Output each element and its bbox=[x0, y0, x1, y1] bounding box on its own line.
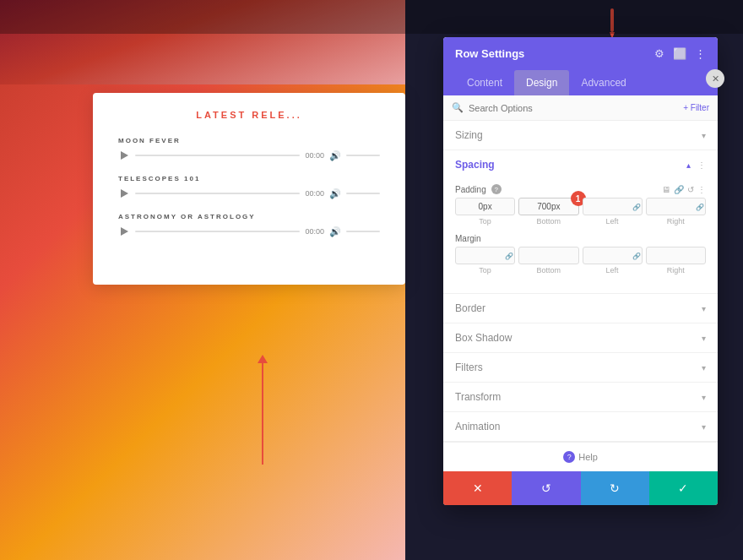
cancel-icon: ✕ bbox=[473, 481, 483, 495]
time-label: 00:00 bbox=[305, 189, 324, 198]
track-item: ASTRONOMY OR ASTROLOGY 00:00 🔊 bbox=[118, 213, 380, 237]
panel-close-outside-button[interactable]: ✕ bbox=[706, 69, 724, 88]
padding-right-label: Right bbox=[646, 217, 706, 226]
help-circle-icon: ? bbox=[563, 451, 575, 463]
spacing-content: Padding ? 🖥 🔗 ↺ ⋮ bbox=[443, 179, 718, 293]
margin-top-wrapper: 🔗 bbox=[455, 247, 515, 264]
link-icon: 🔗 bbox=[505, 252, 513, 259]
cancel-button[interactable]: ✕ bbox=[443, 471, 512, 505]
track-item: TELESCOPES 101 00:00 🔊 bbox=[118, 175, 380, 199]
volume-slider[interactable] bbox=[346, 155, 380, 156]
play-button[interactable] bbox=[118, 150, 130, 161]
refresh-button[interactable]: ↻ bbox=[581, 471, 649, 505]
spacing-header-controls: ▴ ⋮ bbox=[686, 160, 706, 170]
tab-content[interactable]: Content bbox=[455, 70, 514, 95]
padding-field-row: Padding ? 🖥 🔗 ↺ ⋮ bbox=[455, 184, 706, 226]
margin-bottom-wrapper bbox=[518, 247, 578, 264]
panel-body: Sizing ▾ Spacing ▴ ⋮ Padding ? bbox=[443, 121, 718, 471]
tab-design[interactable]: Design bbox=[514, 70, 569, 95]
transform-section-header[interactable]: Transform ▾ bbox=[443, 383, 718, 412]
help-link[interactable]: ? Help bbox=[563, 451, 598, 463]
spacing-label: Spacing bbox=[455, 159, 495, 171]
expand-icon[interactable]: ⬜ bbox=[673, 47, 686, 60]
panel-footer: ? Help bbox=[443, 442, 718, 471]
border-section-header[interactable]: Border ▾ bbox=[443, 294, 718, 323]
margin-top-label: Top bbox=[455, 266, 515, 275]
track-player: 00:00 🔊 bbox=[118, 150, 380, 161]
link-icon: 🔗 bbox=[632, 252, 641, 259]
border-label: Border bbox=[455, 302, 485, 314]
margin-left-wrapper: 🔗 bbox=[583, 247, 643, 264]
panel-search: 🔍 + Filter bbox=[443, 95, 718, 121]
margin-label: Margin bbox=[455, 234, 481, 243]
volume-slider[interactable] bbox=[346, 193, 380, 194]
padding-desktop-icon[interactable]: 🖥 bbox=[662, 185, 670, 194]
spacing-chevron-icon: ▴ bbox=[686, 160, 691, 170]
box-shadow-section-header[interactable]: Box Shadow ▾ bbox=[443, 323, 718, 353]
sizing-section-header[interactable]: Sizing ▾ bbox=[443, 121, 718, 150]
transform-chevron-icon: ▾ bbox=[702, 393, 706, 402]
panel-header: Row Settings ⚙ ⬜ ⋮ bbox=[443, 37, 718, 70]
animation-section-header[interactable]: Animation ▾ bbox=[443, 412, 718, 442]
padding-left-wrapper: 🔗 bbox=[583, 198, 643, 215]
panel-tabs: Content Design Advanced bbox=[443, 70, 718, 95]
volume-icon: 🔊 bbox=[329, 188, 341, 199]
margin-right-input[interactable] bbox=[646, 247, 706, 264]
content-area: LATEST RELE... MOON FEVER 00:00 🔊 TELESC… bbox=[93, 93, 405, 285]
search-input[interactable] bbox=[469, 103, 683, 113]
progress-bar[interactable] bbox=[135, 231, 300, 232]
action-bar: ✕ ↺ ↻ ✓ bbox=[443, 471, 718, 505]
reset-button[interactable]: ↺ bbox=[512, 471, 580, 505]
tab-advanced[interactable]: Advanced bbox=[569, 70, 637, 95]
settings-icon[interactable]: ⚙ bbox=[654, 47, 664, 60]
padding-reset-icon[interactable]: ↺ bbox=[687, 185, 694, 194]
padding-help-icon[interactable]: ? bbox=[491, 184, 502, 194]
spacing-more-icon[interactable]: ⋮ bbox=[697, 160, 706, 170]
search-icon: 🔍 bbox=[452, 102, 464, 113]
margin-left-label: Left bbox=[583, 266, 643, 275]
padding-input-labels: Top Bottom Left Right bbox=[455, 217, 706, 226]
transform-label: Transform bbox=[455, 391, 501, 403]
padding-link-icon[interactable]: 🔗 bbox=[674, 185, 684, 194]
box-shadow-label: Box Shadow bbox=[455, 332, 512, 344]
volume-slider[interactable] bbox=[346, 231, 380, 232]
panel-title: Row Settings bbox=[455, 47, 524, 60]
spacing-section-header[interactable]: Spacing ▴ ⋮ bbox=[443, 150, 718, 179]
margin-right-label: Right bbox=[646, 266, 706, 275]
margin-bottom-input[interactable] bbox=[518, 247, 578, 264]
margin-bottom-label: Bottom bbox=[518, 266, 578, 275]
top-bar bbox=[0, 0, 743, 34]
margin-field-row: Margin 🔗 🔗 bbox=[455, 234, 706, 275]
confirm-icon: ✓ bbox=[678, 481, 688, 495]
progress-bar[interactable] bbox=[135, 155, 300, 156]
time-label: 00:00 bbox=[305, 151, 324, 160]
padding-label: Padding bbox=[455, 185, 486, 194]
padding-top-input[interactable] bbox=[455, 198, 515, 215]
track-title: MOON FEVER bbox=[118, 137, 380, 144]
padding-more-icon[interactable]: ⋮ bbox=[697, 185, 706, 194]
arrow-indicator bbox=[262, 363, 263, 465]
spacing-section: Spacing ▴ ⋮ Padding ? 🖥 🔗 ↺ bbox=[443, 150, 718, 294]
sizing-chevron-icon: ▾ bbox=[702, 131, 706, 140]
more-icon[interactable]: ⋮ bbox=[695, 47, 706, 60]
track-item: MOON FEVER 00:00 🔊 bbox=[118, 137, 380, 161]
margin-inputs: 🔗 🔗 bbox=[455, 247, 706, 264]
play-button[interactable] bbox=[118, 188, 130, 199]
animation-chevron-icon: ▾ bbox=[702, 422, 706, 432]
panel-header-icons: ⚙ ⬜ ⋮ bbox=[654, 47, 706, 60]
filter-button[interactable]: + Filter bbox=[683, 103, 709, 112]
link-icon: 🔗 bbox=[632, 203, 641, 210]
filters-section-header[interactable]: Filters ▾ bbox=[443, 353, 718, 383]
track-title: ASTRONOMY OR ASTROLOGY bbox=[118, 213, 380, 220]
time-label: 00:00 bbox=[305, 227, 324, 236]
padding-bottom-input[interactable] bbox=[518, 198, 578, 215]
track-player: 00:00 🔊 bbox=[118, 226, 380, 237]
sizing-label: Sizing bbox=[455, 129, 483, 141]
progress-bar[interactable] bbox=[135, 193, 300, 194]
play-button[interactable] bbox=[118, 226, 130, 237]
track-title: TELESCOPES 101 bbox=[118, 175, 380, 182]
padding-inputs: 1 🔗 🔗 bbox=[455, 198, 706, 215]
confirm-button[interactable]: ✓ bbox=[649, 471, 718, 505]
margin-input-labels: Top Bottom Left Right bbox=[455, 266, 706, 275]
track-player: 00:00 🔊 bbox=[118, 188, 380, 199]
